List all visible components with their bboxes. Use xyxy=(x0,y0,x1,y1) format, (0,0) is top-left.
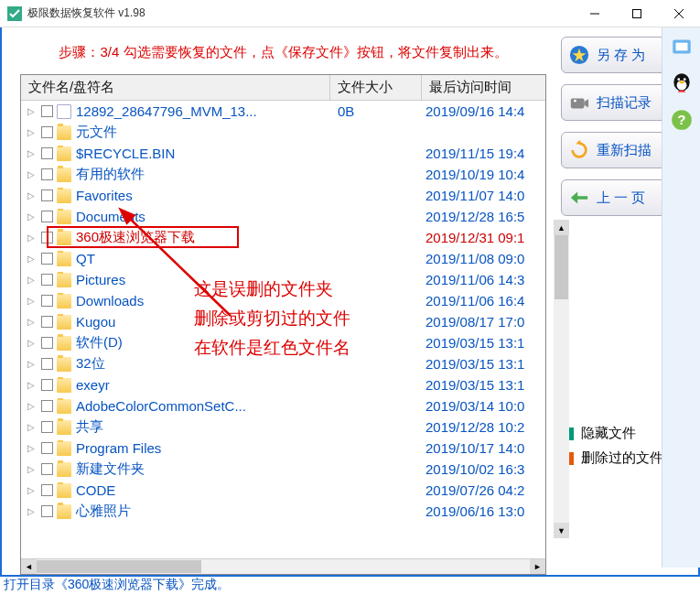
expand-icon[interactable]: ▷ xyxy=(25,338,38,348)
expand-icon[interactable]: ▷ xyxy=(25,106,38,116)
close-button[interactable] xyxy=(658,0,700,27)
file-date: 2019/10/02 16:3 xyxy=(422,461,545,477)
folder-icon xyxy=(57,462,71,477)
file-name: AdobeColorCommonSetC... xyxy=(76,398,246,414)
file-row[interactable]: ▷新建文件夹2019/10/02 16:3 xyxy=(21,459,545,480)
hscroll-thumb[interactable] xyxy=(37,560,201,573)
file-row[interactable]: ▷QT2019/11/08 09:0 xyxy=(21,248,545,269)
expand-icon[interactable]: ▷ xyxy=(25,380,38,390)
rescan-label: 重新扫描 xyxy=(597,142,652,159)
expand-icon[interactable]: ▷ xyxy=(25,233,38,243)
folder-icon xyxy=(57,399,71,414)
file-checkbox[interactable] xyxy=(41,400,53,412)
expand-icon[interactable]: ▷ xyxy=(25,211,38,222)
file-row[interactable]: ▷共享2019/12/28 10:2 xyxy=(21,416,545,438)
left-panel: 步骤：3/4 勾选需要恢复的文件，点《保存文件》按钮，将文件复制出来。 文件名/… xyxy=(2,27,554,575)
file-checkbox[interactable] xyxy=(41,232,53,243)
file-row[interactable]: ▷有用的软件2019/10/19 10:4 xyxy=(21,164,545,185)
star-icon xyxy=(569,45,589,65)
scroll-right-arrow[interactable]: ► xyxy=(530,559,545,574)
svg-point-8 xyxy=(574,100,576,103)
file-checkbox[interactable] xyxy=(41,463,53,475)
file-row[interactable]: ▷Kugou2019/08/17 17:0 xyxy=(21,311,545,332)
tool-app-icon[interactable] xyxy=(670,35,694,59)
maximize-button[interactable] xyxy=(616,0,658,27)
folder-icon xyxy=(57,420,71,435)
expand-icon[interactable]: ▷ xyxy=(25,359,38,369)
status-bar: 打开目录《360极速浏览器下载》完成。 xyxy=(4,577,230,593)
expand-icon[interactable]: ▷ xyxy=(25,148,38,158)
file-row[interactable]: ▷AdobeColorCommonSetC...2019/03/14 10:0 xyxy=(21,395,545,416)
file-checkbox[interactable] xyxy=(41,253,53,265)
file-name: 12892_28647796_MVM_13... xyxy=(76,103,257,119)
expand-icon[interactable]: ▷ xyxy=(25,443,38,453)
expand-icon[interactable]: ▷ xyxy=(25,422,38,432)
file-row[interactable]: ▷Program Files2019/10/17 14:0 xyxy=(21,438,545,459)
file-checkbox[interactable] xyxy=(41,274,53,286)
file-checkbox[interactable] xyxy=(41,147,53,159)
scroll-up-arrow[interactable]: ▲ xyxy=(554,220,569,235)
file-checkbox[interactable] xyxy=(41,505,53,517)
scroll-left-arrow[interactable]: ◄ xyxy=(21,559,37,574)
file-row[interactable]: ▷360极速浏览器下载2019/12/31 09:1 xyxy=(21,227,545,248)
expand-icon[interactable]: ▷ xyxy=(25,127,38,137)
expand-icon[interactable]: ▷ xyxy=(25,275,38,285)
header-size[interactable]: 文件大小 xyxy=(330,75,422,100)
file-row[interactable]: ▷Favorites2019/11/07 14:0 xyxy=(21,185,545,206)
expand-icon[interactable]: ▷ xyxy=(25,464,38,474)
file-row[interactable]: ▷Downloads2019/11/06 16:4 xyxy=(21,290,545,311)
file-row[interactable]: ▷Documents2019/12/28 16:5 xyxy=(21,206,545,227)
file-checkbox[interactable] xyxy=(41,168,53,180)
file-checkbox[interactable] xyxy=(41,189,53,201)
expand-icon[interactable]: ▷ xyxy=(25,169,38,179)
file-row[interactable]: ▷心雅照片2019/06/16 13:0 xyxy=(21,501,545,522)
svg-point-13 xyxy=(677,78,680,81)
file-date: 2019/11/07 14:0 xyxy=(422,188,545,203)
svg-text:?: ? xyxy=(677,112,685,127)
file-checkbox[interactable] xyxy=(41,126,53,138)
window-title: 极限数据恢复软件 v1.98 xyxy=(27,5,574,21)
file-row[interactable]: ▷12892_28647796_MVM_13...0B2019/09/16 14… xyxy=(21,101,545,122)
file-checkbox[interactable] xyxy=(41,379,53,391)
header-name[interactable]: 文件名/盘符名 xyxy=(21,75,330,100)
file-checkbox[interactable] xyxy=(41,105,53,117)
expand-icon[interactable]: ▷ xyxy=(25,296,38,306)
expand-icon[interactable]: ▷ xyxy=(25,190,38,200)
expand-icon[interactable]: ▷ xyxy=(25,254,38,264)
scan-log-label: 扫描记录 xyxy=(597,94,652,112)
file-name: 新建文件夹 xyxy=(76,460,145,478)
tool-help-icon[interactable]: ? xyxy=(670,108,694,132)
file-checkbox[interactable] xyxy=(41,358,53,370)
file-checkbox[interactable] xyxy=(41,421,53,433)
file-row[interactable]: ▷$RECYCLE.BIN2019/11/15 19:4 xyxy=(21,143,545,164)
horizontal-scrollbar[interactable]: ◄ ► xyxy=(21,558,545,574)
folder-icon xyxy=(57,378,71,393)
file-row[interactable]: ▷Pictures2019/11/06 14:3 xyxy=(21,269,545,290)
file-row[interactable]: ▷32位2019/03/15 13:1 xyxy=(21,353,545,374)
file-checkbox[interactable] xyxy=(41,484,53,496)
file-row[interactable]: ▷exeyr2019/03/15 13:1 xyxy=(21,374,545,395)
save-as-label: 另 存 为 xyxy=(597,47,645,64)
file-row[interactable]: ▷软件(D)2019/03/15 13:1 xyxy=(21,332,545,353)
file-checkbox[interactable] xyxy=(41,442,53,454)
file-checkbox[interactable] xyxy=(41,211,53,222)
file-checkbox[interactable] xyxy=(41,316,53,328)
folder-icon xyxy=(57,315,71,330)
expand-icon[interactable]: ▷ xyxy=(25,506,38,516)
scroll-down-arrow[interactable]: ▼ xyxy=(554,523,569,538)
folder-icon xyxy=(57,231,71,245)
file-checkbox[interactable] xyxy=(41,337,53,349)
file-date: 2019/10/17 14:0 xyxy=(422,440,545,456)
file-checkbox[interactable] xyxy=(41,295,53,307)
expand-icon[interactable]: ▷ xyxy=(25,401,38,411)
vertical-scrollbar[interactable]: ▲ ▼ xyxy=(554,220,569,538)
tool-qq-icon[interactable] xyxy=(670,71,694,95)
minimize-button[interactable] xyxy=(574,0,616,27)
expand-icon[interactable]: ▷ xyxy=(25,317,38,327)
header-date[interactable]: 最后访问时间 xyxy=(422,75,545,100)
file-row[interactable]: ▷元文件 xyxy=(21,122,545,143)
file-row[interactable]: ▷CODE2019/07/26 04:2 xyxy=(21,480,545,501)
svg-rect-2 xyxy=(633,9,641,17)
vscroll-thumb[interactable] xyxy=(555,235,568,299)
expand-icon[interactable]: ▷ xyxy=(25,485,38,495)
